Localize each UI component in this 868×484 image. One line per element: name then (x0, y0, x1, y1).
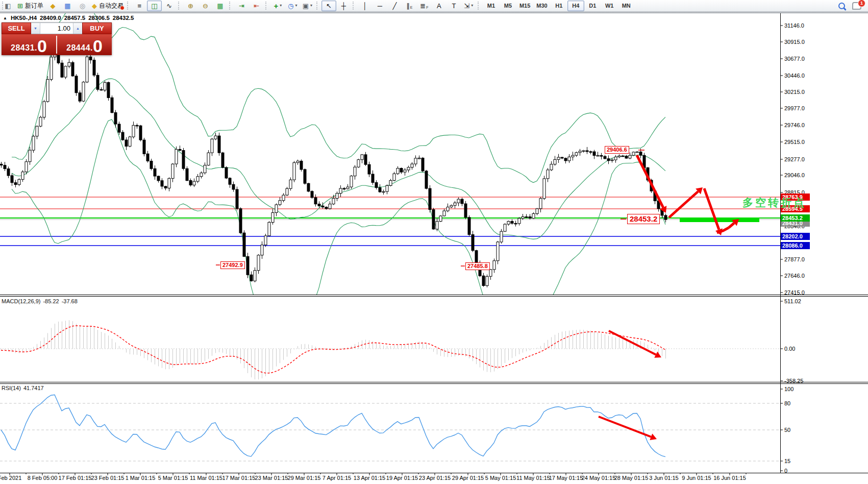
annotation-low2-price[interactable]: 27485.8 (465, 262, 490, 270)
toolbar-grip (178, 2, 182, 10)
svg-text:Feb 2021: Feb 2021 (0, 475, 21, 481)
svg-text:30446.0: 30446.0 (784, 72, 805, 79)
volume-decrease-button[interactable]: ▼ (31, 23, 40, 34)
toolbar-grip (353, 2, 356, 10)
sell-button[interactable]: SELL (2, 22, 31, 34)
toolbar: ◧⊞新订单◆▦◎◆自动交易≡◫∿⊕⊖▦⇥⇤+▾◷▾▣▾↖┼│─╱∥E≣FAT⇲▾… (0, 0, 868, 12)
annotation-pivot-price[interactable]: 28453.2 (627, 214, 660, 224)
chevron-down-icon: ▾ (280, 4, 282, 8)
window-edge (0, 12, 868, 13)
arrows-tool-button[interactable]: ⇲▾ (461, 1, 476, 11)
zoom-out-button[interactable]: ⊖ (198, 1, 213, 11)
signals-button[interactable]: ◎ (75, 1, 90, 11)
collapse-panel-icon[interactable]: ▲ (3, 16, 7, 20)
bar-chart-button[interactable]: ≡ (132, 1, 147, 11)
svg-text:8 Feb 05:00: 8 Feb 05:00 (28, 475, 58, 481)
arrows-tool-icon: ⇲ (464, 3, 469, 9)
accounts-button[interactable]: ◧ (1, 1, 15, 11)
horizontal-line-button[interactable]: ─ (373, 1, 387, 11)
text-button[interactable]: A (432, 1, 447, 11)
svg-text:31146.0: 31146.0 (784, 22, 804, 29)
buy-price-big-digit: 0 (93, 39, 103, 54)
new-order-button[interactable]: ⊞新订单 (15, 1, 45, 11)
ohlc-close: 28432.5 (113, 15, 134, 21)
cursor-button[interactable]: ↖ (321, 1, 336, 11)
auto-trading-button[interactable]: ◆自动交易 (90, 1, 126, 11)
svg-text:28086.0: 28086.0 (782, 243, 803, 249)
svg-text:3 Jun 01:15: 3 Jun 01:15 (649, 475, 679, 481)
tile-windows-icon: ▦ (217, 3, 223, 9)
timeframe-m30[interactable]: M30 (533, 1, 550, 11)
timeframe-m1[interactable]: M1 (483, 1, 500, 11)
stop-badge-icon (120, 6, 125, 10)
timeframe-h1[interactable]: H1 (551, 1, 567, 11)
vertical-line-button[interactable]: │ (358, 1, 373, 11)
channel-button-sub: E (410, 6, 413, 9)
auto-scroll-icon: ⇤ (254, 3, 259, 9)
annotation-low1-price[interactable]: 27492.9 (220, 261, 245, 269)
timeframe-m5[interactable]: M5 (500, 1, 516, 11)
toolbar-grip (478, 2, 481, 10)
timeframe-mn[interactable]: MN (618, 1, 635, 11)
macd-value-1: -85.22 (43, 298, 59, 304)
line-chart-button[interactable]: ∿ (162, 1, 177, 11)
annotation-turning-point-text[interactable]: 多空转折点 (742, 196, 806, 210)
svg-text:9 Jun 01:15: 9 Jun 01:15 (682, 475, 711, 481)
trendline-icon: ╱ (392, 3, 396, 9)
svg-text:7 Apr 01:15: 7 Apr 01:15 (323, 475, 351, 481)
sell-price-main: 28431. (11, 43, 37, 54)
annotation-peak-price[interactable]: 29406.6 (605, 146, 629, 154)
market-watch-button[interactable]: ◆ (45, 1, 60, 11)
auto-scroll-button[interactable]: ⇤ (249, 1, 264, 11)
auto-trading-icon: ◆ (92, 3, 97, 9)
candlestick-chart-button[interactable]: ◫ (147, 1, 162, 11)
svg-text:15: 15 (784, 458, 790, 464)
timeframe-h4[interactable]: H4 (567, 1, 584, 11)
buy-price[interactable]: 28444.0 (57, 34, 112, 55)
volume-increase-button[interactable]: ▲ (73, 23, 82, 34)
notification-badge: 1 (858, 0, 865, 7)
svg-text:23 Apr 01:15: 23 Apr 01:15 (419, 475, 451, 481)
cursor-icon: ↖ (326, 3, 332, 9)
accounts-icon: ◧ (5, 3, 11, 9)
zoom-in-button[interactable]: ⊕ (183, 1, 198, 11)
channel-button[interactable]: ∥E (402, 1, 417, 11)
volume-input[interactable]: 1.00 (40, 23, 73, 34)
tile-windows-button[interactable]: ▦ (213, 1, 228, 11)
sell-price[interactable]: 28431.0 (2, 34, 56, 55)
templates-icon: ▣ (303, 3, 309, 9)
templates-button[interactable]: ▣▾ (300, 1, 315, 11)
timeframe-m15[interactable]: M15 (516, 1, 533, 11)
fibonacci-button[interactable]: ≣F (417, 1, 432, 11)
svg-text:11 Mar 01:15: 11 Mar 01:15 (190, 475, 222, 481)
trendline-button[interactable]: ╱ (387, 1, 402, 11)
buy-button[interactable]: BUY (82, 22, 112, 34)
svg-text:23 Feb 01:15: 23 Feb 01:15 (91, 475, 125, 481)
periods-button[interactable]: ◷▾ (285, 1, 300, 11)
toolbar-grip (229, 2, 233, 10)
chart-canvas[interactable]: 31146.030915.030677.030446.030215.029977… (0, 0, 868, 484)
svg-text:0.00: 0.00 (784, 346, 795, 352)
crosshair-button[interactable]: ┼ (336, 1, 351, 11)
chevron-down-icon: ▾ (295, 4, 297, 8)
svg-text:11 May 01:15: 11 May 01:15 (516, 475, 550, 481)
data-window-button[interactable]: ▦ (60, 1, 75, 11)
crosshair-icon: ┼ (341, 3, 346, 9)
svg-text:28202.0: 28202.0 (782, 233, 803, 239)
notifications-button[interactable]: 1 (849, 1, 864, 11)
svg-text:29746.0: 29746.0 (784, 122, 805, 128)
label-button[interactable]: T (447, 1, 461, 11)
chevron-down-icon: ▾ (310, 4, 312, 8)
svg-text:29277.0: 29277.0 (784, 156, 805, 162)
search-button[interactable] (834, 1, 849, 11)
symbol-timeframe-label: HK50-,H4 (11, 15, 37, 21)
search-icon (838, 3, 845, 9)
rsi-indicator-label: RSI(14) 41.7417 (2, 385, 44, 391)
indicators-button[interactable]: +▾ (270, 1, 285, 11)
macd-name: MACD(12,26,9) (2, 298, 40, 304)
timeframe-w1[interactable]: W1 (601, 1, 618, 11)
ohlc-low: 28306.5 (88, 15, 110, 21)
timeframe-d1[interactable]: D1 (584, 1, 601, 11)
svg-text:100: 100 (784, 386, 793, 392)
chart-shift-button[interactable]: ⇥ (234, 1, 249, 11)
